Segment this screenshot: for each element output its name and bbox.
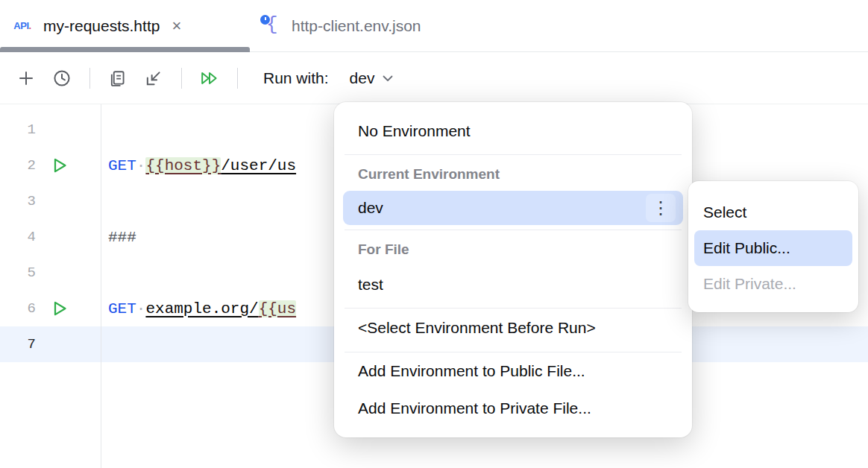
- tab-my-requests-http[interactable]: API. my-requests.http ×: [0, 0, 250, 51]
- env-variable: {{us: [259, 300, 296, 317]
- menu-item-dev-selected[interactable]: dev ⋮: [343, 191, 683, 225]
- toolbar-separator: [181, 68, 182, 89]
- toolbar-separator: [89, 68, 90, 89]
- menu-item-no-environment[interactable]: No Environment: [334, 113, 692, 150]
- environment-selector-value: dev: [350, 69, 375, 87]
- menu-separator: [345, 230, 682, 230]
- add-request-button[interactable]: [10, 63, 42, 94]
- env-file-icon: {: [260, 13, 283, 39]
- line-number: 7: [0, 336, 36, 352]
- run-request-icon[interactable]: [51, 156, 69, 174]
- env-variable: {{host}}: [145, 157, 221, 174]
- submenu-item-edit-public[interactable]: Edit Public...: [694, 230, 852, 266]
- plus-icon: [16, 68, 37, 89]
- tab-label: my-requests.http: [43, 17, 160, 35]
- menu-item-add-public-env[interactable]: Add Environment to Public File...: [334, 352, 692, 390]
- gutter-divider: [101, 104, 101, 468]
- ide-window: API. my-requests.http × { http-client.en…: [0, 0, 868, 468]
- tab-label: http-client.env.json: [292, 17, 421, 35]
- env-more-actions-button[interactable]: ⋮: [646, 194, 676, 222]
- http-client-toolbar: Run with: dev: [0, 52, 868, 104]
- import-arrow-icon: [143, 68, 164, 89]
- menu-item-select-before-run[interactable]: <Select Environment Before Run>: [334, 309, 692, 347]
- line-number: 1: [0, 121, 36, 138]
- line-number: 4: [0, 229, 36, 245]
- menu-item-test-env[interactable]: test: [334, 266, 692, 303]
- http-file-icon: API.: [10, 20, 34, 31]
- editor-tab-bar: API. my-requests.http × { http-client.en…: [0, 0, 868, 52]
- environment-selector[interactable]: dev: [350, 69, 394, 87]
- line-number: 6: [0, 300, 36, 317]
- convert-curl-button[interactable]: [138, 63, 169, 94]
- tab-http-client-env-json[interactable]: { http-client.env.json: [250, 0, 441, 51]
- run-request-icon[interactable]: [51, 300, 69, 317]
- run-with-label: Run with:: [263, 69, 329, 87]
- menu-item-add-private-env[interactable]: Add Environment to Private File...: [334, 390, 692, 427]
- close-tab-icon[interactable]: ×: [172, 18, 181, 34]
- selected-env-label: dev: [358, 199, 383, 217]
- clock-icon: [51, 68, 72, 89]
- show-history-button[interactable]: [46, 63, 78, 94]
- toolbar-separator: [237, 68, 238, 89]
- submenu-item-select[interactable]: Select: [694, 195, 852, 230]
- chevron-down-icon: [382, 74, 394, 83]
- kebab-menu-icon: ⋮: [652, 199, 670, 217]
- line-number: 5: [0, 265, 36, 281]
- for-file-header: For File: [334, 233, 692, 266]
- submenu-item-edit-private-disabled: Edit Private...: [694, 266, 852, 302]
- run-all-requests-button[interactable]: [194, 63, 225, 94]
- run-all-icon: [198, 68, 221, 89]
- request-separator: ###: [101, 229, 136, 246]
- environment-popup: No Environment Current Environment dev ⋮…: [334, 102, 692, 437]
- copy-icon: [107, 68, 128, 89]
- line-number: 2: [0, 157, 36, 174]
- code-text: GET·example.org/{{us: [101, 300, 296, 317]
- menu-separator: [345, 154, 682, 155]
- code-text: GET·{{host}}/user/us: [101, 157, 296, 174]
- line-number: 3: [0, 193, 36, 209]
- environment-context-submenu: Select Edit Public... Edit Private...: [688, 181, 858, 312]
- current-environment-header: Current Environment: [334, 158, 692, 191]
- copy-request-button[interactable]: [102, 63, 133, 94]
